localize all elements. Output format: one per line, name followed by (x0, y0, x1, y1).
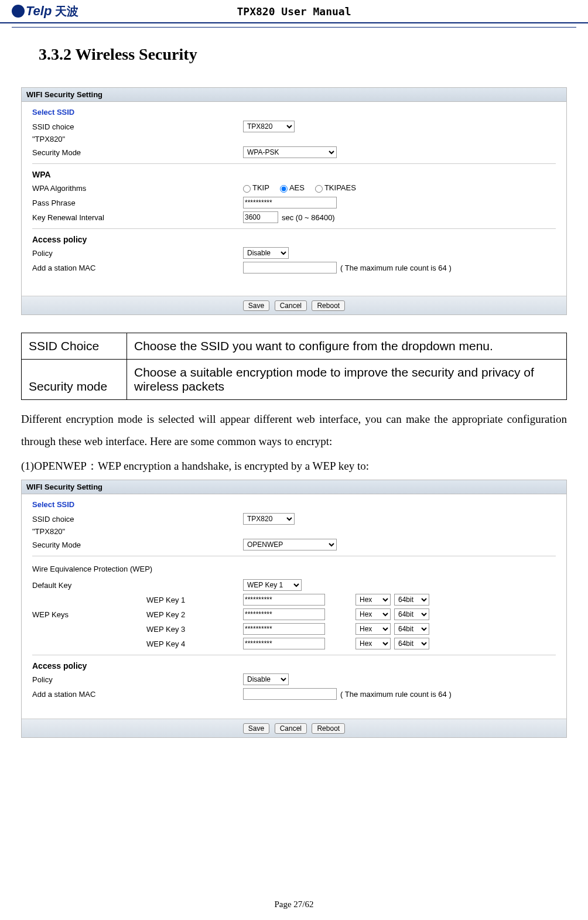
wep-key-input[interactable] (243, 638, 325, 649)
paragraph-1: Different encryption mode is selected wi… (21, 408, 567, 453)
security-mode-label: Security Mode (32, 541, 243, 549)
key-renewal-label: Key Renewal Interval (32, 213, 243, 222)
pass-phrase-label: Pass Phrase (32, 199, 243, 207)
wpa-algo-label: WPA Algorithms (32, 184, 243, 193)
screenshot-wpa: WIFI Security Setting Select SSID SSID c… (21, 87, 567, 315)
algo-tkipaes-radio[interactable] (315, 185, 323, 193)
logo-cn: 天波 (55, 4, 78, 19)
algo-aes-radio[interactable] (280, 185, 288, 193)
reboot-button[interactable]: Reboot (312, 723, 345, 734)
policy-select[interactable]: Disable (243, 673, 289, 685)
wep-key-index-label: WEP Key 1 (146, 596, 243, 604)
wep-key-input[interactable] (243, 623, 325, 635)
ssid-select[interactable]: TPX820 (243, 513, 295, 525)
wep-key-row: WEP Key 1Hex64bit (32, 593, 556, 606)
algo-tkip-radio[interactable] (243, 185, 251, 193)
add-mac-note: ( The maximum rule count is 64 ) (340, 264, 452, 272)
algo-tkip-option[interactable]: TKIP (243, 183, 269, 192)
fieldset-legend: Select SSID (32, 108, 556, 117)
save-button[interactable]: Save (243, 300, 269, 311)
shot-buttons: Save Cancel Reboot (22, 719, 566, 737)
brand-logo: Telp 天波 (12, 4, 78, 19)
def-key-ssid: SSID Choice (22, 333, 127, 360)
wep-key-row: WEP Key 3Hex64bit (32, 623, 556, 635)
section-heading: 3.3.2 Wireless Security (39, 45, 567, 64)
shot-title: WIFI Security Setting (22, 88, 566, 102)
ssid-select[interactable]: TPX820 (243, 121, 295, 132)
wep-enc-select[interactable]: Hex (355, 623, 391, 635)
policy-label: Policy (32, 675, 243, 684)
shot-buttons: Save Cancel Reboot (22, 296, 566, 314)
manual-title: TPX820 User Manual (237, 5, 351, 18)
wep-keys-label: WEP Keys (32, 610, 146, 619)
wpa-heading: WPA (32, 170, 556, 179)
wep-key-row: WEP KeysWEP Key 2Hex64bit (32, 608, 556, 621)
screenshot-openwep: WIFI Security Setting Select SSID SSID c… (21, 480, 567, 738)
algo-aes-option[interactable]: AES (280, 183, 305, 192)
wep-enc-select[interactable]: Hex (355, 594, 391, 606)
def-val-ssid: Choose the SSID you want to configure fr… (127, 333, 567, 360)
wep-section-label: Wire Equivalence Protection (WEP) (32, 565, 152, 573)
wep-key-input[interactable] (243, 608, 325, 620)
cancel-button[interactable]: Cancel (275, 300, 307, 311)
shot-title: WIFI Security Setting (22, 480, 566, 494)
ssid-quoted: "TPX820" (32, 135, 556, 143)
fieldset-legend: Select SSID (32, 500, 556, 509)
def-val-mode: Choose a suitable encryption mode to imp… (127, 360, 567, 400)
definition-table: SSID Choice Choose the SSID you want to … (21, 333, 567, 400)
page-header: Telp 天波 TPX820 User Manual (0, 0, 588, 23)
algo-tkipaes-option[interactable]: TKIPAES (315, 183, 356, 192)
add-mac-input[interactable] (243, 262, 337, 273)
ssid-quoted: "TPX820" (32, 527, 556, 536)
add-mac-label: Add a station MAC (32, 690, 243, 699)
table-row: Security mode Choose a suitable encrypti… (22, 360, 567, 400)
ssid-choice-label: SSID choice (32, 122, 243, 131)
wep-key-row: WEP Key 4Hex64bit (32, 637, 556, 650)
reboot-button[interactable]: Reboot (312, 300, 345, 311)
logo-text: Telp (26, 4, 52, 19)
def-key-mode: Security mode (22, 360, 127, 400)
wep-key-index-label: WEP Key 2 (146, 610, 243, 619)
add-mac-note: ( The maximum rule count is 64 ) (340, 690, 452, 699)
header-rule (12, 27, 576, 28)
key-renewal-input[interactable] (243, 211, 278, 223)
paragraph-2: (1)OPENWEP：WEP encryption a handshake, i… (21, 455, 567, 477)
wep-key-index-label: WEP Key 4 (146, 639, 243, 648)
access-policy-heading: Access policy (32, 661, 556, 671)
wep-bits-select[interactable]: 64bit (394, 608, 429, 620)
policy-select[interactable]: Disable (243, 247, 289, 259)
wep-bits-select[interactable]: 64bit (394, 623, 429, 635)
key-renewal-units: sec (0 ~ 86400) (282, 213, 335, 222)
add-mac-input[interactable] (243, 688, 337, 700)
pass-phrase-input[interactable] (243, 197, 337, 208)
access-policy-heading: Access policy (32, 235, 556, 244)
add-mac-label: Add a station MAC (32, 264, 243, 272)
security-mode-select[interactable]: WPA-PSK (243, 146, 337, 158)
wpa-algo-group: TKIP AES TKIPAES (243, 183, 363, 192)
wep-bits-select[interactable]: 64bit (394, 594, 429, 606)
save-button[interactable]: Save (243, 723, 269, 734)
default-key-select[interactable]: WEP Key 1 (243, 579, 302, 591)
security-mode-label: Security Mode (32, 148, 243, 157)
table-row: SSID Choice Choose the SSID you want to … (22, 333, 567, 360)
policy-label: Policy (32, 249, 243, 258)
wep-enc-select[interactable]: Hex (355, 638, 391, 649)
security-mode-select[interactable]: OPENWEP (243, 539, 337, 550)
ssid-choice-label: SSID choice (32, 515, 243, 524)
wep-key-index-label: WEP Key 3 (146, 625, 243, 634)
wep-key-input[interactable] (243, 594, 325, 606)
cancel-button[interactable]: Cancel (275, 723, 307, 734)
page-footer: Page 27/62 (0, 900, 588, 909)
wep-bits-select[interactable]: 64bit (394, 638, 429, 649)
logo-icon (12, 5, 25, 18)
default-key-label: Default Key (32, 581, 243, 590)
wep-enc-select[interactable]: Hex (355, 608, 391, 620)
